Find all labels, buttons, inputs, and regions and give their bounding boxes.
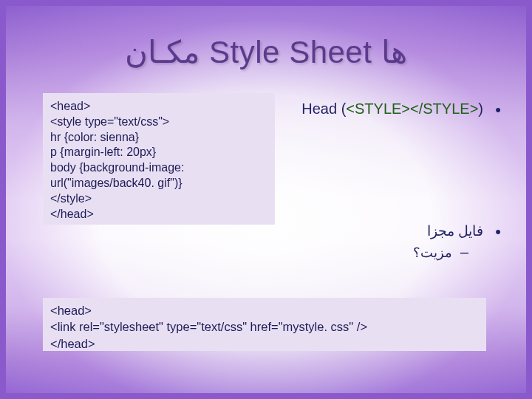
- head-word: Head: [301, 100, 341, 117]
- bullet-icon: •: [495, 222, 501, 242]
- code-line: <head>: [50, 99, 267, 115]
- slide: مکـان Style Sheet ها <head> <style type=…: [6, 6, 526, 393]
- slide-title: مکـان Style Sheet ها: [6, 34, 526, 70]
- bullet-icon: •: [495, 100, 501, 120]
- code-line: p {margin-left: 20px}: [50, 145, 267, 160]
- code-line: <head>: [50, 302, 479, 318]
- code-line: </head>: [50, 207, 267, 222]
- sub-bullet-advantage: مزیت؟: [413, 245, 452, 261]
- code-line: <link rel="stylesheet" type="text/css" h…: [50, 318, 479, 335]
- dash-icon: –: [460, 244, 468, 261]
- code-line: hr {color: sienna}: [50, 130, 267, 146]
- code-line: <style type="text/css">: [50, 115, 267, 130]
- code-box-inline-style: <head> <style type="text/css"> hr {color…: [43, 93, 275, 225]
- code-box-link-style: <head> <link rel="stylesheet" type="text…: [43, 298, 486, 351]
- code-line: </head>: [50, 335, 479, 352]
- bullet-head-line: (<STYLE></STYLE>) Head: [301, 100, 483, 117]
- paren: (: [478, 100, 483, 117]
- code-line: </style>: [50, 191, 267, 207]
- code-line: body {background-image:: [50, 160, 267, 176]
- bullet-external-file: فایل مجزا: [427, 222, 483, 239]
- code-line: url("images/back40. gif")}: [50, 176, 267, 191]
